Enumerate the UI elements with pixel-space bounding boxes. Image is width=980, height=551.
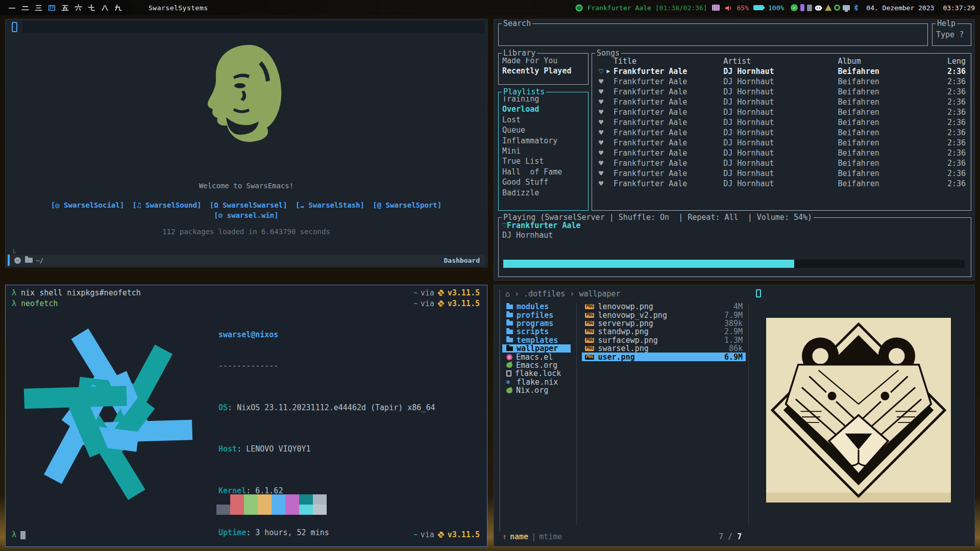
link-swarsel-win[interactable]: [⚙ swarsel.win] xyxy=(214,211,278,219)
song-row[interactable]: ♥ Frankfurter Aale DJ Hornhaut Beifahren… xyxy=(592,97,971,107)
link-swarselstash[interactable]: [☁ SwarselStash] xyxy=(296,201,364,209)
link-swarselsport[interactable]: [@ SwarselSport] xyxy=(373,201,442,209)
workspace-9[interactable] xyxy=(111,0,125,15)
song-row[interactable]: ♥ Frankfurter Aale DJ Hornhaut Beifahren… xyxy=(592,128,971,138)
workspace-3[interactable] xyxy=(32,0,45,15)
breadcrumb-dotfiles[interactable]: .dotfiles xyxy=(524,289,565,298)
playlist-item[interactable]: Mini xyxy=(499,146,588,156)
heart-icon[interactable]: ♥ xyxy=(592,179,603,189)
dir-item[interactable]: scripts xyxy=(502,328,571,336)
heart-icon[interactable]: ♥ xyxy=(592,107,603,117)
file-item[interactable]: Nix.org xyxy=(502,386,571,394)
link-swarselsocial[interactable]: [◎ SwarselSocial] xyxy=(51,201,124,209)
playlist-item[interactable]: True List xyxy=(499,156,588,166)
column-album[interactable]: Album xyxy=(838,56,947,66)
sort-field[interactable]: name xyxy=(510,532,528,541)
olive-tray-icon[interactable] xyxy=(825,5,831,11)
dir-item-selected[interactable]: wallpaper xyxy=(502,344,571,353)
file-row[interactable]: PNG serverwp.png 389k xyxy=(582,319,746,328)
tab-indicator-icon[interactable] xyxy=(12,22,17,32)
song-row[interactable]: ♥ Frankfurter Aale DJ Hornhaut Beifahren… xyxy=(592,87,971,97)
song-row[interactable]: ♥ Frankfurter Aale DJ Hornhaut Beifahren… xyxy=(592,158,971,168)
keyboard-icon[interactable] xyxy=(712,5,720,11)
workspace-7[interactable] xyxy=(85,0,98,15)
playlist-item[interactable]: Queue xyxy=(499,125,588,135)
file-row[interactable]: PNG surfacewp.png 1.3M xyxy=(582,336,746,344)
file-row[interactable]: PNG standwp.png 2.9M xyxy=(582,328,746,336)
heart-icon[interactable]: ♥ xyxy=(592,117,603,128)
purple-tray-icon[interactable] xyxy=(800,4,804,11)
song-row[interactable]: ♡ ▶ Frankfurter Aale DJ Hornhaut Beifahr… xyxy=(592,66,971,77)
sort-direction-icon[interactable]: ↑ xyxy=(502,532,507,541)
volume-percent[interactable]: 65% xyxy=(737,4,749,12)
song-row[interactable]: ♥ Frankfurter Aale DJ Hornhaut Beifahren… xyxy=(592,168,971,179)
shell-prompt[interactable]: λ xyxy=(12,530,26,539)
discord-icon[interactable] xyxy=(815,5,822,11)
file-row[interactable]: PNG lenovowp.png 4M xyxy=(582,303,746,311)
file-item[interactable]: Emacs.org xyxy=(502,361,571,369)
heart-icon[interactable]: ♥ xyxy=(592,128,603,138)
song-row[interactable]: ♥ Frankfurter Aale DJ Hornhaut Beifahren… xyxy=(592,148,971,158)
column-artist[interactable]: Artist xyxy=(723,56,838,66)
playlist-item[interactable]: Hall of Fame xyxy=(499,167,588,177)
now-playing-text[interactable]: Frankfurter Aale [01:38/02:36] xyxy=(587,4,707,12)
breadcrumb[interactable]: ⌂ › .dotfiles › wallpaper xyxy=(505,289,621,298)
modeline-buffer-name[interactable]: Dashboard xyxy=(444,257,480,264)
column-length[interactable]: Leng xyxy=(947,56,971,66)
heart-icon[interactable]: ♥ xyxy=(592,77,603,87)
file-item[interactable]: flake.lock xyxy=(502,369,571,378)
heart-icon[interactable]: ♥ xyxy=(592,168,603,179)
dir-item[interactable]: programs xyxy=(502,319,571,328)
home-icon[interactable]: ⌂ xyxy=(505,289,510,298)
link-swarselswarsel[interactable]: [Ω SwarselSwarsel] xyxy=(210,201,287,209)
workspace-6[interactable] xyxy=(71,0,85,15)
workspace-2[interactable] xyxy=(18,0,32,15)
monitor-tray-icon[interactable] xyxy=(843,5,850,10)
heart-icon[interactable]: ♥ xyxy=(592,87,603,97)
song-row[interactable]: ♥ Frankfurter Aale DJ Hornhaut Beifahren… xyxy=(592,77,971,87)
check-tray-icon[interactable]: ✓ xyxy=(791,4,798,11)
bluetooth-icon[interactable] xyxy=(852,4,860,12)
dir-item[interactable]: modules xyxy=(502,303,571,311)
spotify-icon[interactable] xyxy=(575,4,583,12)
column-title[interactable]: Title xyxy=(614,56,723,66)
song-row[interactable]: ♥ Frankfurter Aale DJ Hornhaut Beifahren… xyxy=(592,107,971,117)
modeline-directory[interactable]: ~/ xyxy=(36,257,44,264)
heart-icon[interactable]: ♡ xyxy=(592,66,603,77)
link-swarselsound[interactable]: [♫ SwarselSound] xyxy=(133,201,202,209)
workspace-8[interactable] xyxy=(98,0,111,15)
workspace-4-active[interactable] xyxy=(45,0,58,15)
ring-tray-icon[interactable] xyxy=(834,5,840,11)
breadcrumb-wallpaper[interactable]: wallpaper xyxy=(579,289,620,298)
playing-heart-icon[interactable]: ♡ xyxy=(502,221,507,230)
file-row[interactable]: PNG swarsel.png 86k xyxy=(582,344,746,353)
heart-icon[interactable]: ♥ xyxy=(592,138,603,148)
gray-tray-icon[interactable] xyxy=(807,5,812,11)
dir-item[interactable]: templates xyxy=(502,336,571,344)
file-item[interactable]: flake.nix xyxy=(502,378,571,386)
song-row[interactable]: ♥ Frankfurter Aale DJ Hornhaut Beifahren… xyxy=(592,117,971,128)
file-row[interactable]: PNG user.png 6.9M xyxy=(582,353,746,361)
heart-icon[interactable]: ♥ xyxy=(592,97,603,107)
battery-percent[interactable]: 100% xyxy=(768,4,784,12)
file-item[interactable]: Emacs.el xyxy=(502,353,571,361)
speaker-icon[interactable] xyxy=(724,4,732,11)
heart-icon[interactable]: ♥ xyxy=(592,158,603,168)
playlist-item[interactable]: Overload xyxy=(499,104,588,114)
sort-alt-field[interactable]: mtime xyxy=(539,532,562,541)
progress-bar[interactable] xyxy=(503,260,965,268)
song-row[interactable]: ♥ Frankfurter Aale DJ Hornhaut Beifahren… xyxy=(592,179,971,189)
library-item-recently-played[interactable]: Recently Played xyxy=(499,66,588,76)
battery-icon[interactable] xyxy=(753,5,764,10)
dir-item[interactable]: profiles xyxy=(502,311,571,319)
playlist-item[interactable]: Good Stuff xyxy=(499,177,588,187)
tab-strip[interactable] xyxy=(22,21,485,33)
workspace-5[interactable] xyxy=(58,0,71,15)
search-box[interactable]: Search xyxy=(498,23,928,46)
song-row[interactable]: ♥ Frankfurter Aale DJ Hornhaut Beifahren… xyxy=(592,138,971,148)
playlist-item[interactable]: Inflammatory xyxy=(499,136,588,146)
file-row[interactable]: PNG lenovowp_v2.png 7.9M xyxy=(582,311,746,319)
workspace-1[interactable] xyxy=(5,0,18,15)
playlist-item[interactable]: Lost xyxy=(499,115,588,125)
playlist-item[interactable]: Badizzle xyxy=(499,188,588,198)
